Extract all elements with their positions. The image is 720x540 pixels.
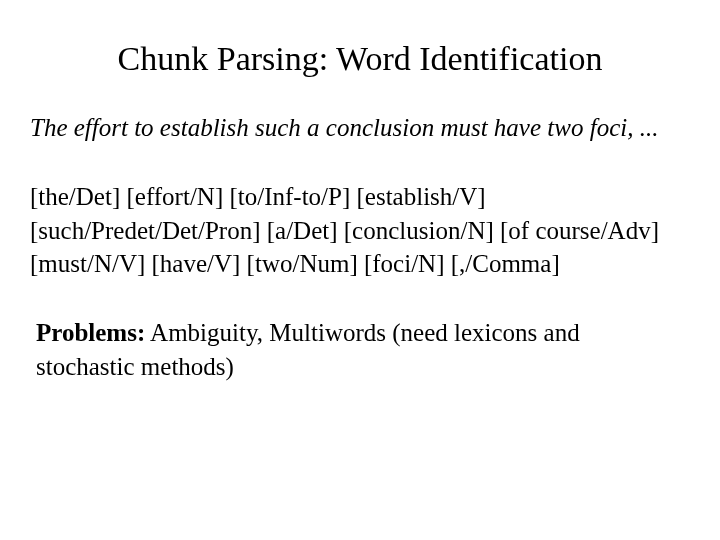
tagged-tokens: [the/Det] [effort/N] [to/Inf-to/P] [esta… — [30, 180, 690, 281]
problems-label: Problems: — [36, 319, 145, 346]
slide-title: Chunk Parsing: Word Identification — [70, 40, 650, 77]
example-sentence-text: The effort to establish such a conclusio… — [30, 112, 690, 145]
example-sentence: The effort to establish such a conclusio… — [30, 112, 690, 145]
problems-line: Problems: Ambiguity, Multiwords (need le… — [36, 316, 684, 384]
slide: Chunk Parsing: Word Identification The e… — [0, 0, 720, 540]
